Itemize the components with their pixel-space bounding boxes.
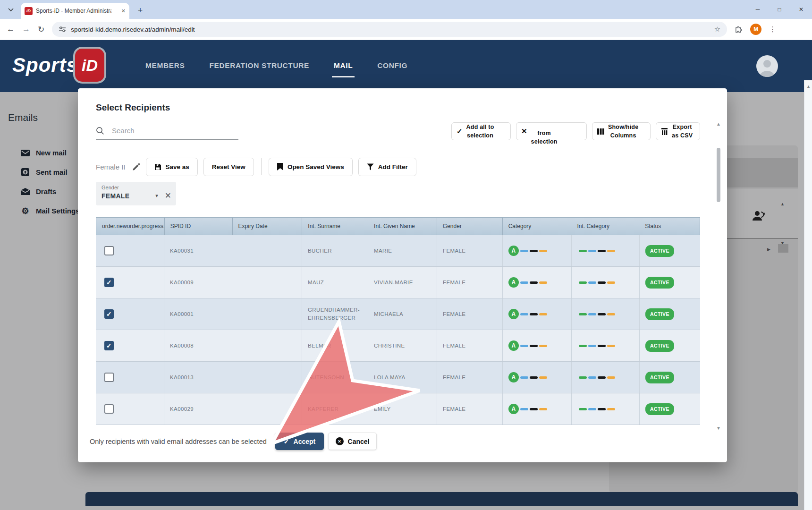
scrollbar-thumb[interactable] [717, 148, 720, 202]
remove-from-selection-button[interactable]: ✕ fromselection [516, 122, 587, 140]
table-row[interactable]: ✓KA00008BELMERCHRISTINEFEMALEAACTIVE [96, 330, 700, 362]
app-page: Sports iD MEMBERS FEDERATION STRUCTURE M… [0, 40, 812, 510]
column-header-gender[interactable]: Gender [437, 218, 503, 235]
row-checkbox-cell [96, 393, 164, 425]
category-letter: A [508, 372, 519, 382]
surname-cell: BUCHER [302, 235, 368, 266]
column-header-int-category[interactable]: Int. Category [571, 218, 639, 235]
int-category-dash [598, 313, 606, 315]
select-recipients-dialog: Select Recipients ✓ Add all toselection … [78, 88, 727, 462]
table-row[interactable]: ✓KA00001GRUENDHAMMER-EHRENSBERGERMICHAEL… [96, 298, 700, 330]
save-as-button[interactable]: Save as [146, 158, 198, 176]
table-row[interactable]: KA00029KAPFEREREMILYFEMALEAACTIVE [96, 393, 700, 425]
add-all-to-selection-button[interactable]: ✓ Add all toselection [451, 122, 511, 140]
tab-close-icon[interactable]: ✕ [121, 8, 126, 14]
column-header-select[interactable]: order.neworder.progress.s [96, 218, 165, 235]
int-category-dash [588, 281, 596, 284]
nav-item-mail[interactable]: MAIL [334, 61, 353, 71]
spid-cell: KA00009 [164, 267, 232, 298]
row-checkbox[interactable]: ✓ [104, 341, 114, 350]
cancel-button[interactable]: ✕ Cancel [328, 433, 377, 450]
dialog-scrollbar[interactable]: ▲ ▼ [715, 121, 722, 431]
reset-view-button[interactable]: Reset View [203, 158, 254, 176]
column-header-given-name[interactable]: Int. Given Name [368, 218, 437, 235]
row-checkbox[interactable] [104, 246, 114, 255]
int-category-cell [572, 267, 640, 298]
table-row[interactable]: KA00031BUCHERMARIEFEMALEAACTIVE [96, 235, 700, 267]
status-cell: ACTIVE [640, 267, 700, 298]
category-dash [520, 376, 528, 379]
column-header-status[interactable]: Status [639, 218, 700, 235]
extensions-icon[interactable] [735, 26, 743, 34]
table-row[interactable]: ✓KA00009MAUZVIVIAN-MARIEFEMALEAACTIVE [96, 267, 700, 298]
int-category-cell [572, 362, 640, 393]
filter-chip-label: Gender [102, 185, 171, 190]
category-dash [530, 345, 538, 347]
bookmark-star-icon[interactable]: ☆ [714, 25, 720, 34]
int-category-dash [579, 345, 587, 347]
address-bar[interactable]: sportsid-kid.demo.risedev.at/admin/mail/… [52, 22, 727, 37]
chevron-down-icon[interactable]: ▾ [155, 193, 165, 199]
category-dash [520, 250, 528, 252]
window-close-button[interactable]: ✕ [790, 0, 812, 19]
column-header-spid[interactable]: SPID ID [165, 218, 233, 235]
int-category-cell [572, 393, 640, 425]
page-scrollbar[interactable]: ▲ ▼ [804, 80, 812, 510]
category-dash [530, 281, 538, 284]
filter-chip-value[interactable]: FEMALE [102, 192, 129, 200]
site-settings-icon[interactable] [59, 26, 66, 33]
search-icon [96, 127, 104, 135]
expiry-cell [232, 267, 302, 298]
open-saved-views-button[interactable]: Open Saved Views [269, 158, 353, 176]
view-toolbar: Female II Save as Reset View Open Saved … [96, 157, 416, 176]
browser-menu-icon[interactable]: ⋮ [769, 25, 776, 34]
given-name-cell: VIVIAN-MARIE [368, 267, 437, 298]
category-cell: A [503, 393, 572, 425]
remove-filter-icon[interactable]: ✕ [165, 191, 171, 201]
category-dash [539, 281, 547, 284]
row-checkbox[interactable] [104, 373, 114, 382]
browser-tab[interactable]: iD Sports-iD - Member Administra ✕ [21, 3, 129, 19]
category-dash [520, 313, 528, 315]
table-header-row: order.neworder.progress.s SPID ID Expiry… [96, 217, 700, 235]
save-icon [154, 163, 161, 170]
tab-search-button[interactable] [5, 4, 17, 16]
row-checkbox[interactable] [104, 404, 114, 414]
nav-item-federation-structure[interactable]: FEDERATION STRUCTURE [209, 61, 309, 71]
column-header-category[interactable]: Category [503, 218, 572, 235]
back-button[interactable]: ← [7, 25, 15, 34]
show-hide-columns-button[interactable]: Show/hideColumns [592, 122, 651, 140]
gender-cell: FEMALE [437, 362, 503, 393]
new-tab-button[interactable]: + [134, 4, 146, 17]
category-dash [539, 250, 547, 252]
reload-button[interactable]: ↻ [38, 25, 44, 34]
column-header-surname[interactable]: Int. Surname [302, 218, 368, 235]
sportsid-logo[interactable]: Sports iD [12, 49, 104, 82]
search-input[interactable] [111, 126, 238, 135]
column-header-expiry[interactable]: Expiry Date [233, 218, 303, 235]
browser-profile-avatar[interactable]: M [750, 24, 761, 35]
table-row[interactable]: KA00013GUTENSOHNLOLA MAYAFEMALEAACTIVE [96, 362, 700, 393]
search-field[interactable] [96, 126, 238, 140]
row-checkbox[interactable]: ✓ [104, 278, 114, 287]
accept-button[interactable]: ✓ Accept [275, 433, 324, 450]
int-category-dash [588, 313, 596, 315]
user-avatar[interactable] [756, 55, 778, 77]
nav-item-config[interactable]: CONFIG [377, 61, 407, 71]
add-filter-button[interactable]: Add Filter [358, 158, 416, 176]
close-icon: ✕ [521, 127, 527, 136]
columns-icon [597, 128, 604, 135]
edit-pencil-icon[interactable] [132, 163, 140, 171]
window-minimize-button[interactable]: ─ [747, 0, 769, 19]
gender-filter-chip[interactable]: Gender FEMALE ▾ ✕ [96, 182, 176, 205]
int-category-badge [577, 281, 615, 284]
window-maximize-button[interactable]: □ [769, 0, 790, 19]
export-csv-button[interactable]: Exportas CSV [656, 122, 700, 140]
url-text[interactable]: sportsid-kid.demo.risedev.at/admin/mail/… [71, 26, 195, 33]
status-badge: ACTIVE [645, 245, 674, 257]
int-category-dash [588, 345, 596, 347]
status-badge: ACTIVE [645, 403, 674, 415]
nav-item-members[interactable]: MEMBERS [145, 61, 185, 71]
row-checkbox[interactable]: ✓ [104, 309, 114, 319]
forward-button[interactable]: → [22, 25, 30, 34]
